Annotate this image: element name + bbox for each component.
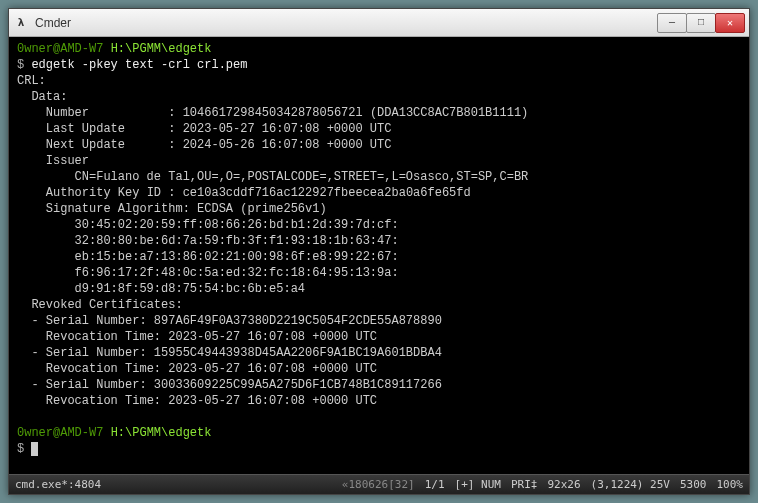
- sig-line: f6:96:17:2f:48:0c:5a:ed:32:fc:18:64:95:1…: [75, 266, 399, 280]
- revoked-serial-label: - Serial Number:: [31, 346, 146, 360]
- revoked-time-label: Revocation Time:: [46, 330, 161, 344]
- revoked-time: 2023-05-27 16:07:08 +0000 UTC: [168, 330, 377, 344]
- prompt-symbol: $: [17, 58, 24, 72]
- status-seg: [+] NUM: [455, 478, 501, 491]
- prompt-path: H:\PGMM\edgetk: [111, 42, 212, 56]
- revoked-serial-label: - Serial Number:: [31, 314, 146, 328]
- titlebar: λ Cmder — □ ✕: [9, 9, 749, 37]
- titlebar-controls: — □ ✕: [658, 13, 745, 33]
- revoked-time-label: Revocation Time:: [46, 394, 161, 408]
- status-tab[interactable]: cmd.exe*:4804: [15, 478, 332, 491]
- crl-issuer-label: Issuer: [46, 154, 89, 168]
- crl-number-label: Number: [46, 106, 89, 120]
- crl-data-header: Data:: [31, 90, 67, 104]
- revoked-time: 2023-05-27 16:07:08 +0000 UTC: [168, 394, 377, 408]
- revoked-header: Revoked Certificates:: [31, 298, 182, 312]
- crl-number-value: 104661729845034287805672l (DDA13CC8AC7B8…: [183, 106, 529, 120]
- crl-akid-value: ce10a3cddf716ac122927fbeecea2ba0a6fe65fd: [183, 186, 471, 200]
- minimize-button[interactable]: —: [657, 13, 687, 33]
- app-icon: λ: [13, 15, 29, 31]
- crl-issuer-value: CN=Fulano de Tal,OU=,O=,POSTALCODE=,STRE…: [75, 170, 529, 184]
- status-seg: (3,1224) 25V: [591, 478, 670, 491]
- sig-line: 30:45:02:20:59:ff:08:66:26:bd:b1:2d:39:7…: [75, 218, 399, 232]
- terminal[interactable]: 0wner@AMD-W7 H:\PGMM\edgetk $ edgetk -pk…: [9, 37, 749, 474]
- status-seg: 100%: [717, 478, 744, 491]
- prompt-user-host: 0wner@AMD-W7: [17, 42, 103, 56]
- prompt-symbol: $: [17, 442, 24, 456]
- revoked-serial: 15955C49443938D45AA2206F9A1BC19A601BDBA4: [154, 346, 442, 360]
- crl-nextupdate-label: Next Update: [46, 138, 125, 152]
- maximize-button[interactable]: □: [686, 13, 716, 33]
- status-seg: 5300: [680, 478, 707, 491]
- revoked-serial: 30033609225C99A5A275D6F1CB748B1C89117266: [154, 378, 442, 392]
- status-seg: PRI‡: [511, 478, 538, 491]
- sig-line: eb:15:be:a7:13:86:02:21:00:98:6f:e8:99:2…: [75, 250, 399, 264]
- revoked-serial: 897A6F49F0A37380D2219C5054F2CDE55A878890: [154, 314, 442, 328]
- sig-line: d9:91:8f:59:d8:75:54:bc:6b:e5:a4: [75, 282, 305, 296]
- crl-header: CRL:: [17, 74, 46, 88]
- crl-nextupdate-value: 2024-05-26 16:07:08 +0000 UTC: [183, 138, 392, 152]
- app-window: λ Cmder — □ ✕ 0wner@AMD-W7 H:\PGMM\edget…: [8, 8, 750, 495]
- crl-sigalg-value: ECDSA (prime256v1): [197, 202, 327, 216]
- revoked-time-label: Revocation Time:: [46, 362, 161, 376]
- crl-lastupdate-value: 2023-05-27 16:07:08 +0000 UTC: [183, 122, 392, 136]
- crl-akid-label: Authority Key ID: [46, 186, 161, 200]
- prompt-user-host: 0wner@AMD-W7: [17, 426, 103, 440]
- sig-line: 32:80:80:be:6d:7a:59:fb:3f:f1:93:18:1b:6…: [75, 234, 399, 248]
- close-button[interactable]: ✕: [715, 13, 745, 33]
- window-title: Cmder: [35, 16, 658, 30]
- status-seg: 1/1: [425, 478, 445, 491]
- prompt-path: H:\PGMM\edgetk: [111, 426, 212, 440]
- revoked-time: 2023-05-27 16:07:08 +0000 UTC: [168, 362, 377, 376]
- status-seg: 92x26: [547, 478, 580, 491]
- statusbar: cmd.exe*:4804 «180626[32] 1/1 [+] NUM PR…: [9, 474, 749, 494]
- command-text: edgetk -pkey text -crl crl.pem: [31, 58, 247, 72]
- crl-sigalg-label: Signature Algorithm:: [46, 202, 190, 216]
- revoked-serial-label: - Serial Number:: [31, 378, 146, 392]
- crl-lastupdate-label: Last Update: [46, 122, 125, 136]
- cursor: [31, 442, 38, 456]
- status-seg: «180626[32]: [342, 478, 415, 491]
